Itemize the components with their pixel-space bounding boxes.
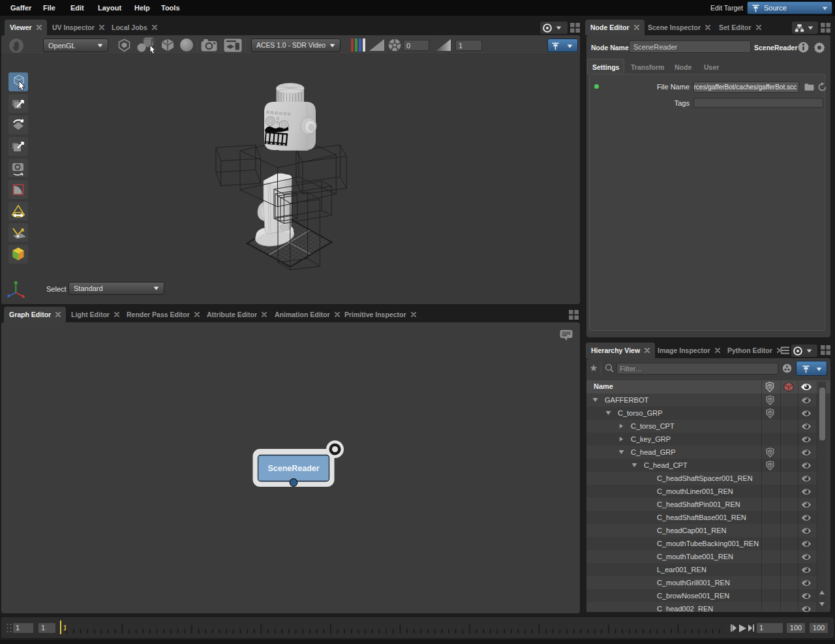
- layout-grid-icon[interactable]: [570, 23, 580, 33]
- channels-icon[interactable]: [351, 38, 365, 52]
- timeline-ticks[interactable]: [1, 617, 729, 638]
- shield-column-icon[interactable]: [765, 382, 775, 392]
- close-icon[interactable]: [114, 312, 119, 317]
- tab-primitive-inspector[interactable]: Primitive Inspector: [344, 307, 416, 322]
- expand-closed-icon[interactable]: [618, 437, 624, 442]
- tab-image-inspector[interactable]: Image Inspector: [658, 343, 720, 358]
- visibility-eye-icon[interactable]: [802, 423, 811, 429]
- tab-python-editor[interactable]: Python Editor: [727, 343, 782, 358]
- visibility-eye-icon[interactable]: [802, 397, 811, 403]
- subtab-settings[interactable]: Settings: [592, 63, 619, 71]
- viewer-pin-button[interactable]: [547, 38, 578, 52]
- tool-scale[interactable]: [8, 137, 28, 156]
- tree-row[interactable]: C_head002_REN: [586, 602, 817, 612]
- shading-mode-icon[interactable]: [136, 37, 157, 54]
- tree-row[interactable]: C_mouthTubeBacking001_REN: [586, 537, 817, 550]
- shield-cube-icon[interactable]: [765, 395, 775, 405]
- close-icon[interactable]: [37, 25, 42, 30]
- tree-row[interactable]: L_ear001_REN: [586, 563, 817, 576]
- visibility-eye-icon[interactable]: [802, 541, 811, 547]
- scrollbar-thumb[interactable]: [819, 388, 825, 440]
- sphere-shading-icon[interactable]: [179, 38, 194, 52]
- close-icon[interactable]: [55, 312, 61, 317]
- tab-local-jobs[interactable]: Local Jobs: [112, 20, 157, 35]
- shield-cube-icon[interactable]: [765, 408, 775, 418]
- viewer-driver-button[interactable]: [540, 22, 568, 34]
- select-dropdown[interactable]: Standard: [68, 282, 164, 295]
- filter-settings-icon[interactable]: [782, 363, 792, 373]
- close-icon[interactable]: [634, 25, 639, 30]
- visibility-eye-icon[interactable]: [802, 450, 811, 455]
- scene-reader-node[interactable]: SceneReader: [251, 439, 346, 490]
- tool-translate[interactable]: [8, 94, 28, 113]
- menu-layout[interactable]: Layout: [98, 0, 121, 16]
- tab-scene-inspector[interactable]: Scene Inspector: [648, 20, 710, 35]
- shield-cube-icon[interactable]: [765, 461, 775, 470]
- menu-help[interactable]: Help: [134, 0, 150, 16]
- info-icon[interactable]: [798, 42, 809, 53]
- subtab-user[interactable]: User: [704, 63, 719, 71]
- subtab-node[interactable]: Node: [675, 63, 691, 71]
- tree-row[interactable]: C_browNose001_REN: [586, 589, 817, 602]
- skip-to-end-icon[interactable]: [748, 624, 754, 632]
- scroll-down-icon[interactable]: [819, 602, 825, 606]
- tree-row[interactable]: C_mouthGrill001_REN: [586, 576, 817, 589]
- shield-cube-icon[interactable]: [765, 448, 775, 457]
- timeline-rate-field[interactable]: 100: [809, 622, 828, 634]
- bookmarks-star-icon[interactable]: [590, 364, 598, 372]
- tool-rotate[interactable]: [8, 115, 28, 134]
- tree-row[interactable]: C_headShaftBase001_REN: [586, 511, 817, 524]
- visibility-eye-icon[interactable]: [802, 476, 811, 482]
- expand-open-icon[interactable]: [592, 397, 598, 403]
- close-icon[interactable]: [645, 348, 650, 353]
- annotations-icon[interactable]: [560, 330, 573, 341]
- visibility-eye-icon[interactable]: [802, 554, 811, 560]
- play-icon[interactable]: [739, 624, 746, 632]
- tool-light-position[interactable]: [8, 202, 28, 221]
- display-transform-dropdown[interactable]: ACES 1.0 - SDR Video: [251, 38, 341, 52]
- tree-row[interactable]: GAFFERBOT: [586, 393, 817, 406]
- file-name-field[interactable]: rces/gafferBot/caches/gafferBot.scc: [693, 82, 799, 93]
- visibility-eye-icon[interactable]: [802, 580, 811, 586]
- tags-field[interactable]: [693, 98, 823, 108]
- close-icon[interactable]: [194, 312, 200, 317]
- node-name-field[interactable]: SceneReader: [629, 40, 751, 53]
- tab-render-pass-editor[interactable]: Render Pass Editor: [127, 307, 200, 322]
- tab-node-editor[interactable]: Node Editor: [585, 20, 645, 35]
- tab-hierarchy-view[interactable]: Hierarchy View: [586, 343, 655, 358]
- node-editor-driver-button[interactable]: [792, 22, 818, 34]
- close-icon[interactable]: [715, 348, 720, 353]
- visibility-eye-icon[interactable]: [802, 567, 811, 573]
- tree-row[interactable]: C_headCap001_REN: [586, 524, 817, 537]
- tab-uv-inspector[interactable]: UV Inspector: [52, 20, 104, 35]
- skip-to-start-icon[interactable]: [731, 624, 736, 632]
- wireframe-toggle-icon[interactable]: [160, 38, 175, 52]
- visibility-eye-icon[interactable]: [802, 515, 811, 521]
- exposure-field[interactable]: 0: [403, 40, 429, 51]
- close-icon[interactable]: [335, 312, 340, 317]
- renderer-dropdown[interactable]: OpenGL: [43, 38, 108, 52]
- close-icon[interactable]: [756, 25, 761, 30]
- tool-crop-window[interactable]: [8, 180, 28, 199]
- tree-row[interactable]: C_mouthLiner001_REN: [586, 485, 817, 498]
- close-icon[interactable]: [99, 25, 104, 30]
- gamma-icon[interactable]: [436, 39, 451, 51]
- close-icon[interactable]: [705, 25, 710, 30]
- close-icon[interactable]: [262, 312, 267, 317]
- close-icon[interactable]: [152, 25, 157, 30]
- timeline-frame-field[interactable]: 1: [756, 622, 783, 634]
- hierarchy-driver-button[interactable]: [791, 345, 817, 357]
- tab-attribute-editor[interactable]: Attribute Editor: [207, 307, 267, 322]
- visibility-eye-icon[interactable]: [802, 606, 811, 612]
- tab-set-editor[interactable]: Set Editor: [719, 20, 761, 35]
- expand-open-icon[interactable]: [605, 410, 611, 416]
- tool-select[interactable]: [8, 72, 28, 91]
- edit-target-select[interactable]: Source: [747, 1, 832, 14]
- visibility-eye-icon[interactable]: [802, 463, 811, 468]
- tool-show-colors[interactable]: [8, 245, 28, 264]
- tree-row[interactable]: C_head_CPT: [586, 459, 817, 472]
- visibility-eye-icon[interactable]: [802, 502, 811, 508]
- layout-grid-icon[interactable]: [569, 310, 579, 320]
- tab-animation-editor[interactable]: Animation Editor: [275, 307, 340, 322]
- expand-open-icon[interactable]: [618, 450, 624, 455]
